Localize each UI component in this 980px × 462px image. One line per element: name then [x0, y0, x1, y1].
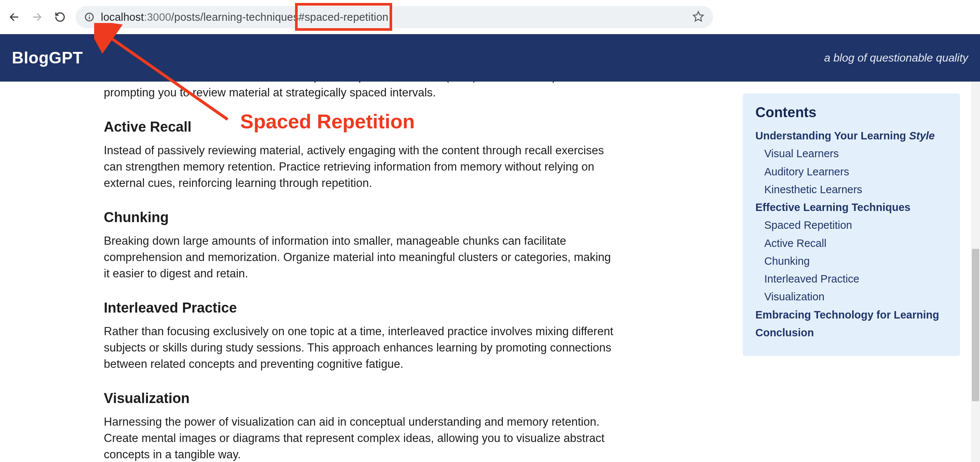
toc-link[interactable]: Conclusion	[756, 325, 947, 339]
toc-link-text: Effective Learning Techniques	[756, 201, 910, 213]
toc-link[interactable]: Visualization	[756, 290, 947, 304]
toc-link-text: Conclusion	[756, 327, 814, 339]
site-info-icon[interactable]	[83, 11, 95, 23]
sidebar-column: Contents Understanding Your Learning Sty…	[743, 81, 980, 462]
toc-link-text: Kinesthetic Learners	[764, 183, 862, 195]
toc-link[interactable]: Chunking	[756, 254, 947, 268]
scrollbar-track[interactable]	[971, 81, 980, 462]
toc-list: Understanding Your Learning StyleVisual …	[756, 129, 947, 339]
toc-link[interactable]: Auditory Learners	[756, 165, 947, 179]
toc-link-text: Embracing Technology for Learning	[756, 309, 939, 321]
url-text: localhost:3000/posts/learning-techniques…	[101, 11, 388, 23]
toc-link[interactable]: Effective Learning Techniques	[756, 200, 947, 214]
paragraph: Instead of passively reviewing material,…	[104, 142, 615, 191]
article-lead-fragment: of information. Tools like flashcards an…	[104, 81, 615, 101]
url-host: localhost	[101, 11, 144, 23]
toc-link-text: Spaced Repetition	[764, 219, 852, 231]
toc-link[interactable]: Active Recall	[756, 236, 947, 250]
heading-active-recall: Active Recall	[104, 117, 615, 137]
toc-link-text: Understanding Your Learning	[756, 130, 909, 142]
toc-link[interactable]: Visual Learners	[756, 147, 947, 161]
toc-link-text: Interleaved Practice	[764, 273, 859, 285]
site-brand[interactable]: BlogGPT	[12, 49, 83, 67]
toc-link[interactable]: Understanding Your Learning Style	[756, 129, 947, 143]
paragraph: Rather than focusing exclusively on one …	[104, 323, 615, 372]
paragraph: Breaking down large amounts of informati…	[104, 233, 615, 282]
site-header: BlogGPT a blog of questionable quality	[0, 34, 980, 81]
paragraph: Harnessing the power of visualization ca…	[104, 414, 615, 462]
svg-marker-5	[694, 11, 703, 21]
browser-toolbar: localhost:3000/posts/learning-techniques…	[0, 0, 980, 34]
site-tagline: a blog of questionable quality	[824, 51, 968, 64]
article: of information. Tools like flashcards an…	[104, 81, 615, 462]
heading-visualization: Visualization	[104, 389, 615, 409]
url-hash: #spaced-repetition	[299, 11, 388, 23]
svg-point-4	[89, 14, 90, 16]
toc-link[interactable]: Interleaved Practice	[756, 272, 947, 286]
bookmark-star-icon[interactable]	[692, 10, 704, 24]
url-port: :3000	[144, 11, 171, 23]
forward-button[interactable]	[30, 10, 45, 24]
toc-title: Contents	[756, 105, 947, 121]
table-of-contents: Contents Understanding Your Learning Sty…	[743, 94, 960, 356]
toc-link-text: Visual Learners	[764, 148, 839, 159]
toc-link-text: Chunking	[764, 255, 810, 267]
address-bar[interactable]: localhost:3000/posts/learning-techniques…	[76, 6, 713, 28]
scrollbar-thumb[interactable]	[972, 249, 979, 401]
heading-chunking: Chunking	[104, 208, 615, 228]
page-body: of information. Tools like flashcards an…	[0, 81, 980, 462]
toc-link[interactable]: Embracing Technology for Learning	[756, 308, 947, 322]
toc-link-text-ital: Style	[909, 130, 935, 142]
reload-button[interactable]	[52, 10, 67, 24]
heading-interleaved-practice: Interleaved Practice	[104, 298, 615, 318]
toc-link[interactable]: Spaced Repetition	[756, 218, 947, 232]
article-column: of information. Tools like flashcards an…	[0, 81, 743, 462]
url-path: /posts/learning-techniques	[171, 11, 299, 23]
toc-link-text: Visualization	[764, 291, 824, 303]
back-button[interactable]	[7, 10, 22, 24]
toc-link-text: Active Recall	[764, 237, 827, 249]
toc-link[interactable]: Kinesthetic Learners	[756, 182, 947, 196]
toc-link-text: Auditory Learners	[764, 166, 849, 178]
